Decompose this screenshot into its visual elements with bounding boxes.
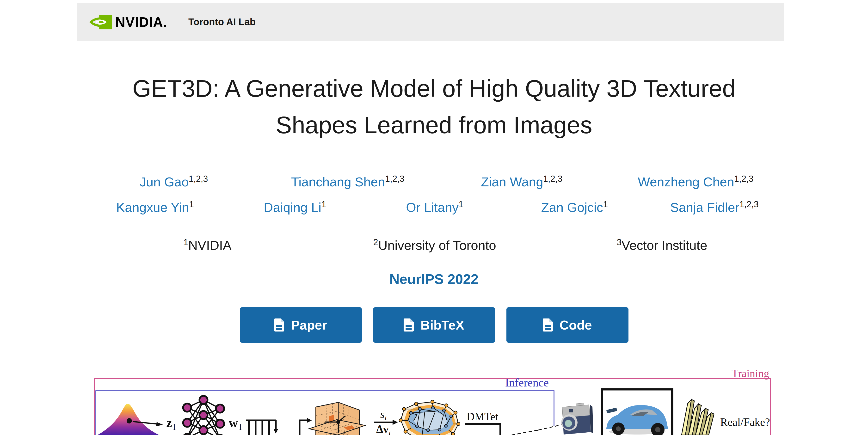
style-branch-lines [246, 421, 278, 435]
triplane-illustration [309, 402, 365, 435]
camera-icon [512, 403, 593, 435]
tetrahedral-mesh-illustration [399, 400, 460, 435]
author-superscript: 1 [603, 199, 608, 209]
author: Daiqing Li1 [225, 200, 365, 215]
author-superscript: 1,2,3 [385, 174, 404, 184]
file-icon [274, 318, 284, 332]
author: Kangxue Yin1 [85, 200, 225, 215]
affiliation-row: 1NVIDIA 2University of Toronto 3Vector I… [78, 238, 792, 253]
author-superscript: 1 [321, 199, 326, 209]
author-link[interactable]: Tianchang Shen [291, 175, 385, 189]
si-label: si [380, 408, 386, 422]
w1-subscript: 1 [238, 422, 242, 432]
author-row-1: Jun Gao1,2,3 Tianchang Shen1,2,3 Zian Wa… [78, 175, 792, 189]
author: Zian Wang1,2,3 [435, 175, 609, 189]
latent-w1-label: w1 [229, 415, 242, 432]
author-superscript: 1,2,3 [740, 199, 759, 209]
affiliation-superscript: 3 [617, 237, 621, 247]
real-fake-label: Real/Fake? [720, 416, 770, 428]
author-superscript: 1 [459, 199, 463, 209]
author-row-2: Kangxue Yin1 Daiqing Li1 Or Litany1 Zan … [78, 200, 792, 215]
author: Wenzheng Chen1,2,3 [609, 175, 783, 189]
dmtet-bracket-line [465, 424, 500, 435]
mapping-network-illustration [183, 396, 224, 435]
affiliation: 2University of Toronto [321, 238, 549, 253]
author-link[interactable]: Wenzheng Chen [638, 175, 734, 189]
button-label: Paper [291, 317, 327, 333]
author-superscript: 1,2,3 [543, 174, 562, 184]
sdf-deformation-arrow: si Δvi [374, 408, 398, 435]
method-overview-figure: Training Inference z1 w1 [0, 369, 868, 435]
resource-buttons: Paper BibTeX Code [0, 307, 868, 343]
nvidia-wordmark: NVIDIA. [115, 14, 167, 30]
page-title-line2: Shapes Learned from Images [0, 107, 868, 143]
z1-base: z [166, 415, 172, 430]
nvidia-eye-icon [88, 14, 112, 30]
dvi-subscript: i [389, 429, 391, 435]
discriminator-icon [682, 399, 714, 435]
latent-z1-label: z1 [166, 415, 176, 432]
lab-name-link[interactable]: Toronto AI Lab [188, 17, 256, 27]
author-link[interactable]: Daiqing Li [264, 200, 321, 215]
author-superscript: 1 [189, 199, 194, 209]
author: Jun Gao1,2,3 [87, 175, 261, 189]
author-link[interactable]: Kangxue Yin [116, 200, 189, 215]
header-bar: NVIDIA. Toronto AI Lab [78, 3, 784, 41]
author-link[interactable]: Zan Gojcic [541, 200, 603, 215]
dvi-label: Δvi [376, 423, 391, 435]
affiliation-superscript: 2 [373, 237, 378, 247]
gaussian-distribution-illustration [97, 404, 163, 435]
author-link[interactable]: Zian Wang [481, 175, 543, 189]
author-superscript: 1,2,3 [734, 174, 753, 184]
code-button[interactable]: Code [506, 307, 628, 343]
file-icon [404, 318, 414, 332]
button-label: BibTeX [421, 317, 464, 333]
paper-button[interactable]: Paper [240, 307, 362, 343]
affiliation: 3Vector Institute [549, 238, 776, 253]
file-icon [543, 318, 553, 332]
affiliation: 1NVIDIA [94, 238, 321, 253]
author-link[interactable]: Sanja Fidler [670, 200, 739, 215]
dvi-base: Δv [376, 423, 389, 435]
author: Tianchang Shen1,2,3 [261, 175, 435, 189]
author-superscript: 1,2,3 [189, 174, 208, 184]
inference-label: Inference [505, 376, 549, 389]
affiliation-superscript: 1 [183, 237, 188, 247]
author: Zan Gojcic1 [505, 200, 645, 215]
author: Sanja Fidler1,2,3 [645, 200, 784, 215]
bibtex-button[interactable]: BibTeX [373, 307, 495, 343]
venue-label: NeurIPS 2022 [0, 271, 868, 287]
z1-subscript: 1 [172, 422, 176, 432]
page-title-line1: GET3D: A Generative Model of High Qualit… [0, 70, 868, 107]
button-label: Code [560, 317, 592, 333]
author: Or Litany1 [365, 200, 505, 215]
rendered-car-image [602, 390, 672, 435]
training-label: Training [732, 369, 769, 379]
author-link[interactable]: Or Litany [406, 200, 459, 215]
nvidia-logo[interactable]: NVIDIA. [88, 14, 167, 30]
si-subscript: i [384, 414, 386, 422]
affiliation-name: University of Toronto [378, 238, 496, 252]
si-base: s [380, 408, 384, 421]
author-link[interactable]: Jun Gao [140, 175, 189, 189]
page-title: GET3D: A Generative Model of High Qualit… [0, 70, 868, 143]
dmtet-label: DMTet [467, 410, 498, 423]
triplane-input-arrow [300, 418, 312, 435]
w1-base: w [229, 415, 238, 430]
affiliation-name: Vector Institute [621, 238, 707, 252]
affiliation-name: NVIDIA [188, 238, 231, 252]
